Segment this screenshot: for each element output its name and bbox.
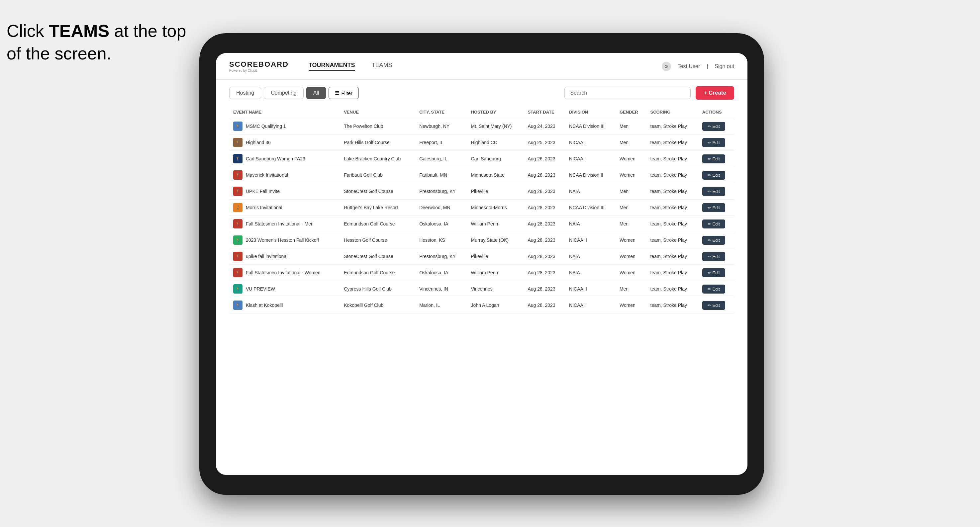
event-icon: 🏌 bbox=[233, 122, 242, 131]
table-container: EVENT NAME VENUE CITY, STATE HOSTED BY S… bbox=[229, 106, 734, 468]
logo-title: SCOREBOARD bbox=[229, 60, 289, 69]
competing-button[interactable]: Competing bbox=[264, 87, 303, 99]
edit-button[interactable]: ✏ Edit bbox=[702, 252, 725, 261]
event-name-cell: 🏌 2023 Women's Hesston Fall Kickoff bbox=[229, 232, 340, 248]
hosted-cell: William Penn bbox=[467, 265, 524, 281]
edit-button[interactable]: ✏ Edit bbox=[702, 284, 725, 294]
hosted-cell: Vincennes bbox=[467, 281, 524, 297]
filter-button[interactable]: ☰ Filter bbox=[329, 87, 358, 99]
hosted-cell: Pikeville bbox=[467, 248, 524, 265]
tournaments-table: EVENT NAME VENUE CITY, STATE HOSTED BY S… bbox=[229, 106, 734, 313]
city-cell: Prestonsburg, KY bbox=[415, 248, 467, 265]
edit-button[interactable]: ✏ Edit bbox=[702, 187, 725, 196]
toolbar: Hosting Competing All ☰ Filter + Create bbox=[229, 86, 734, 100]
event-name-cell: 🏌 Morris Invitational bbox=[229, 200, 340, 216]
event-name: Fall Statesmen Invitational - Men bbox=[246, 221, 313, 227]
gender-cell: Men bbox=[616, 216, 646, 232]
event-name-cell: 🏌 VU PREVIEW bbox=[229, 281, 340, 297]
venue-cell: Park Hills Golf Course bbox=[340, 135, 415, 151]
table-row: 🏌 Carl Sandburg Women FA23 Lake Bracken … bbox=[229, 151, 734, 167]
header-city-state: CITY, STATE bbox=[415, 106, 467, 118]
scoring-cell: team, Stroke Play bbox=[646, 135, 698, 151]
event-name-cell: 🏌 upike fall invitational bbox=[229, 248, 340, 265]
tablet-frame: SCOREBOARD Powered by Clippit TOURNAMENT… bbox=[199, 33, 764, 495]
division-cell: NAIA bbox=[565, 216, 616, 232]
event-name: Highland 36 bbox=[246, 140, 271, 145]
actions-cell: ✏ Edit bbox=[698, 297, 734, 313]
venue-cell: Hesston Golf Course bbox=[340, 232, 415, 248]
date-cell: Aug 28, 2023 bbox=[523, 216, 565, 232]
event-icon: 🏌 bbox=[233, 235, 242, 245]
edit-button[interactable]: ✏ Edit bbox=[702, 154, 725, 163]
actions-cell: ✏ Edit bbox=[698, 151, 734, 167]
header-gender: GENDER bbox=[616, 106, 646, 118]
edit-button[interactable]: ✏ Edit bbox=[702, 301, 725, 310]
all-button[interactable]: All bbox=[306, 87, 326, 99]
event-icon: 🏌 bbox=[233, 219, 242, 229]
gender-cell: Men bbox=[616, 183, 646, 200]
table-body: 🏌 MSMC Qualifying 1 The Powelton Club Ne… bbox=[229, 118, 734, 313]
edit-button[interactable]: ✏ Edit bbox=[702, 236, 725, 245]
edit-button[interactable]: ✏ Edit bbox=[702, 138, 725, 147]
top-nav: SCOREBOARD Powered by Clippit TOURNAMENT… bbox=[216, 53, 748, 80]
gender-cell: Women bbox=[616, 232, 646, 248]
division-cell: NAIA bbox=[565, 265, 616, 281]
filter-label: Filter bbox=[341, 90, 352, 96]
scoring-cell: team, Stroke Play bbox=[646, 151, 698, 167]
venue-cell: The Powelton Club bbox=[340, 118, 415, 135]
table-row: 🏌 Maverick Invitational Faribault Golf C… bbox=[229, 167, 734, 183]
city-cell: Marion, IL bbox=[415, 297, 467, 313]
separator: | bbox=[706, 63, 708, 70]
edit-button[interactable]: ✏ Edit bbox=[702, 171, 725, 179]
event-name: Morris Invitational bbox=[246, 205, 282, 210]
division-cell: NICAA I bbox=[565, 151, 616, 167]
edit-button[interactable]: ✏ Edit bbox=[702, 203, 725, 212]
date-cell: Aug 28, 2023 bbox=[523, 265, 565, 281]
header-venue: VENUE bbox=[340, 106, 415, 118]
event-name-cell: 🏌 Klash at Kokopelli bbox=[229, 297, 340, 313]
division-cell: NICAA II bbox=[565, 281, 616, 297]
city-cell: Newburgh, NY bbox=[415, 118, 467, 135]
date-cell: Aug 28, 2023 bbox=[523, 248, 565, 265]
date-cell: Aug 28, 2023 bbox=[523, 232, 565, 248]
sign-out-link[interactable]: Sign out bbox=[714, 63, 734, 70]
header-actions: ACTIONS bbox=[698, 106, 734, 118]
event-name: Fall Statesmen Invitational - Women bbox=[246, 270, 321, 275]
create-button[interactable]: + Create bbox=[696, 86, 734, 100]
gear-icon[interactable]: ⚙ bbox=[662, 62, 671, 71]
date-cell: Aug 28, 2023 bbox=[523, 281, 565, 297]
nav-link-teams[interactable]: TEAMS bbox=[372, 62, 392, 71]
event-name-cell: 🏌 UPKE Fall Invite bbox=[229, 183, 340, 200]
event-name-cell: 🏌 Highland 36 bbox=[229, 135, 340, 151]
edit-button[interactable]: ✏ Edit bbox=[702, 219, 725, 229]
hosting-button[interactable]: Hosting bbox=[229, 87, 261, 99]
actions-cell: ✏ Edit bbox=[698, 167, 734, 183]
scoring-cell: team, Stroke Play bbox=[646, 281, 698, 297]
division-cell: NICAA I bbox=[565, 297, 616, 313]
date-cell: Aug 28, 2023 bbox=[523, 297, 565, 313]
actions-cell: ✏ Edit bbox=[698, 216, 734, 232]
actions-cell: ✏ Edit bbox=[698, 248, 734, 265]
date-cell: Aug 26, 2023 bbox=[523, 151, 565, 167]
tablet-screen: SCOREBOARD Powered by Clippit TOURNAMENT… bbox=[216, 53, 748, 475]
logo-area: SCOREBOARD Powered by Clippit bbox=[229, 60, 289, 72]
event-name: MSMC Qualifying 1 bbox=[246, 124, 286, 129]
event-name-cell: 🏌 Carl Sandburg Women FA23 bbox=[229, 151, 340, 167]
search-input[interactable] bbox=[565, 87, 690, 99]
nav-link-tournaments[interactable]: TOURNAMENTS bbox=[309, 62, 355, 71]
venue-cell: Edmundson Golf Course bbox=[340, 265, 415, 281]
event-name: Klash at Kokopelli bbox=[246, 303, 283, 308]
event-name-cell: 🏌 Fall Statesmen Invitational - Women bbox=[229, 265, 340, 281]
hosted-cell: Murray State (OK) bbox=[467, 232, 524, 248]
hosted-cell: Pikeville bbox=[467, 183, 524, 200]
edit-button[interactable]: ✏ Edit bbox=[702, 268, 725, 277]
scoring-cell: team, Stroke Play bbox=[646, 118, 698, 135]
toolbar-right: + Create bbox=[565, 86, 734, 100]
scoring-cell: team, Stroke Play bbox=[646, 216, 698, 232]
edit-button[interactable]: ✏ Edit bbox=[702, 122, 725, 131]
gender-cell: Men bbox=[616, 281, 646, 297]
nav-right: ⚙ Test User | Sign out bbox=[662, 62, 734, 71]
scoring-cell: team, Stroke Play bbox=[646, 167, 698, 183]
event-icon: 🏌 bbox=[233, 203, 242, 212]
table-row: 🏌 2023 Women's Hesston Fall Kickoff Hess… bbox=[229, 232, 734, 248]
